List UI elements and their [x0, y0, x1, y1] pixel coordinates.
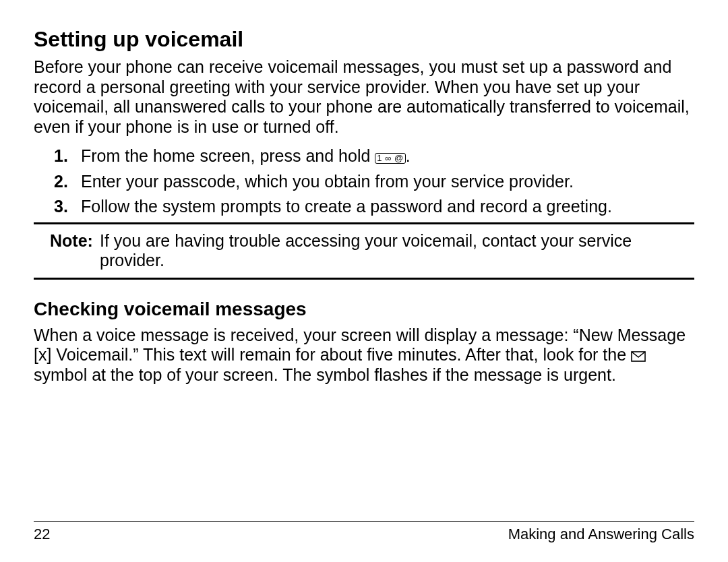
step-text: Enter your passcode, which you obtain fr… [81, 172, 574, 191]
step-text: From the home screen, press and hold [81, 146, 375, 165]
steps-list: 1. From the home screen, press and hold … [34, 146, 694, 217]
intro-paragraph: Before your phone can receive voicemail … [34, 57, 694, 137]
section-heading: Checking voicemail messages [34, 299, 694, 320]
page-number: 22 [34, 526, 50, 543]
list-item: 1. From the home screen, press and hold … [34, 146, 694, 166]
step-number: 3. [54, 197, 68, 217]
note-label: Note: [50, 231, 93, 251]
paragraph-text: When a voice message is received, your s… [34, 325, 686, 365]
page-footer: 22 Making and Answering Calls [34, 521, 694, 543]
paragraph-text: symbol at the top of your screen. The sy… [34, 365, 616, 384]
checking-paragraph: When a voice message is received, your s… [34, 325, 694, 385]
note-text: If you are having trouble accessing your… [100, 231, 632, 270]
page-title: Setting up voicemail [34, 27, 694, 52]
list-item: 3. Follow the system prompts to create a… [34, 197, 694, 217]
voicemail-key-icon: 1 ∞ @ [375, 153, 405, 164]
step-number: 1. [54, 146, 68, 166]
step-text: Follow the system prompts to create a pa… [81, 197, 612, 216]
section-name: Making and Answering Calls [508, 526, 694, 543]
step-number: 2. [54, 172, 68, 192]
step-text: . [406, 146, 411, 165]
list-item: 2. Enter your passcode, which you obtain… [34, 172, 694, 192]
note-block: Note: If you are having trouble accessin… [34, 222, 694, 280]
envelope-icon [631, 351, 646, 362]
